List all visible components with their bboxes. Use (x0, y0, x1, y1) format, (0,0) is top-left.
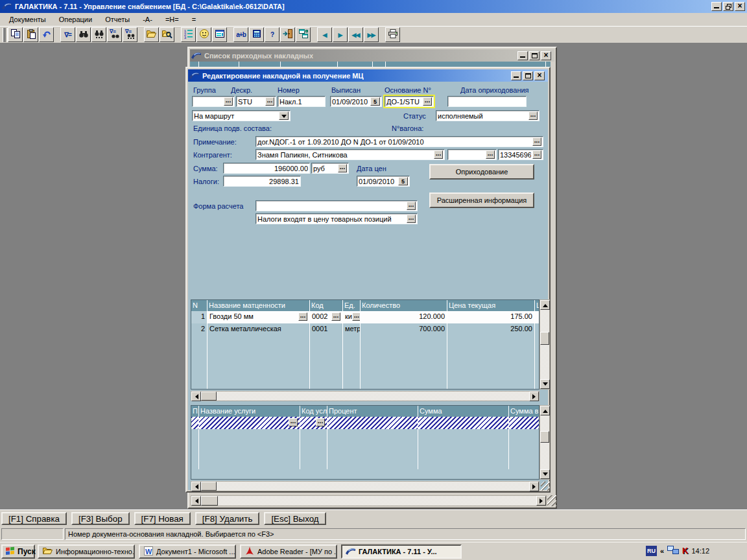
help-button[interactable]: ? (265, 27, 279, 42)
ellipsis-button[interactable] (338, 164, 347, 172)
scroll-thumb[interactable] (201, 391, 217, 401)
paste-button[interactable] (23, 27, 38, 42)
language-indicator[interactable]: RU (646, 546, 657, 556)
note-field[interactable]: дог.NДОГ.-1 от 1.09.2010 ДО N ДО-1 от 01… (255, 136, 543, 147)
find-next-button[interactable] (91, 27, 106, 42)
ellipsis-button[interactable] (316, 418, 325, 426)
scroll-up-button[interactable] (540, 406, 550, 415)
receipt-date-field[interactable] (447, 96, 527, 107)
nav-prev-button[interactable]: ◀ (317, 27, 332, 42)
window-list-button[interactable] (212, 27, 227, 42)
contractor-field-2[interactable] (447, 149, 497, 160)
table-row[interactable]: 2Сетка металлическая0001метр700.000250.0… (191, 323, 539, 336)
status-field[interactable]: исполняемый (436, 110, 540, 121)
column-header[interactable]: Цена текущая (447, 300, 535, 311)
ellipsis-button[interactable] (224, 97, 233, 106)
basis-value[interactable]: ДО-1/STU (386, 98, 421, 106)
taskbar-task-3[interactable]: ГАЛАКТИКА - 7.11 - У... (341, 544, 462, 559)
ellipsis-button[interactable] (298, 312, 307, 321)
filter-button[interactable]: ∇= (60, 27, 75, 42)
ellipsis-button[interactable] (532, 137, 541, 146)
table-cell[interactable]: ки (343, 311, 361, 323)
maximize-button[interactable] (523, 71, 533, 80)
minimize-button[interactable] (517, 51, 528, 60)
scroll-down-button[interactable] (540, 379, 550, 389)
numbered-list-button[interactable]: 123 (181, 27, 196, 42)
table-cell[interactable] (509, 417, 540, 429)
taskbar-task-0[interactable]: Информационно-техно... (38, 544, 135, 559)
scroll-thumb[interactable] (540, 332, 549, 345)
currency-value[interactable]: руб (313, 165, 337, 172)
ellipsis-button[interactable] (265, 97, 274, 106)
ellipsis-button[interactable] (532, 150, 541, 159)
table-cell[interactable] (418, 417, 509, 429)
menu-item-5[interactable]: = (185, 14, 202, 25)
new-row-placeholder[interactable] (191, 417, 539, 429)
column-header[interactable]: Код (310, 300, 343, 311)
column-header[interactable]: Название услуги (199, 406, 300, 417)
currency-field[interactable]: руб (311, 163, 349, 174)
ellipsis-button[interactable] (352, 312, 361, 321)
function-button-0[interactable]: [F1] Справка (1, 512, 67, 525)
column-header[interactable]: Ц (535, 300, 540, 311)
minimize-button[interactable] (511, 71, 521, 80)
table-cell[interactable]: метр (343, 323, 361, 336)
ellipsis-button[interactable] (407, 215, 416, 223)
menu-item-2[interactable]: Отчеты (99, 14, 136, 25)
contractor-field-3[interactable]: 1334569632 (498, 149, 543, 160)
column-header[interactable]: Код услу (300, 406, 327, 417)
basis-field[interactable]: ДО-1/STU (385, 96, 434, 107)
scroll-right-button[interactable] (529, 482, 539, 491)
items-table[interactable]: NНазвание матценностиКодЕд.КоличествоЦен… (191, 299, 540, 390)
scroll-right-button[interactable] (536, 496, 546, 506)
smiley-button[interactable] (196, 27, 211, 42)
status-value[interactable]: исполняемый (438, 112, 527, 120)
ellipsis-button[interactable] (407, 202, 416, 210)
table-cell[interactable]: 250.00 (447, 323, 535, 336)
maximize-button[interactable] (529, 51, 540, 60)
menu-item-4[interactable]: =Н= (159, 14, 185, 25)
toolbar-handle[interactable] (3, 28, 6, 42)
close-button[interactable]: × (541, 51, 551, 60)
close-button[interactable]: × (735, 2, 745, 11)
taxes-included-value[interactable]: Налоги входят в цену товарных позиций (257, 215, 405, 223)
ellipsis-button[interactable] (486, 150, 495, 159)
nav-next-button[interactable]: ▶ (333, 27, 348, 42)
scroll-left-button[interactable] (191, 496, 201, 506)
column-header[interactable]: Количество (361, 300, 447, 311)
services-table[interactable]: ПНазвание услугиКод услуПроцентСуммаСумм… (191, 405, 540, 480)
function-button-2[interactable]: [F7] Новая (134, 512, 191, 525)
services-horizontal-scrollbar[interactable] (191, 481, 540, 491)
ellipsis-button[interactable] (528, 111, 538, 120)
column-header[interactable]: Сумма в в (509, 406, 540, 417)
items-vertical-scrollbar[interactable] (540, 299, 550, 390)
group-field[interactable] (192, 96, 235, 107)
scroll-thumb[interactable] (540, 431, 549, 443)
calculator-button[interactable] (249, 27, 264, 42)
calendar-button[interactable]: 5 (398, 177, 408, 185)
table-cell[interactable] (535, 311, 540, 323)
table-cell[interactable]: 700.000 (361, 323, 447, 336)
services-vertical-scrollbar[interactable] (540, 405, 550, 480)
ellipsis-button[interactable] (434, 150, 443, 159)
chevron-down-icon[interactable] (279, 111, 289, 120)
column-header[interactable]: Сумма (418, 406, 509, 417)
close-button[interactable]: × (534, 71, 545, 80)
descr-value[interactable]: STU (238, 98, 264, 106)
folder-search-button[interactable] (160, 27, 174, 42)
minimize-button[interactable] (711, 2, 722, 11)
taxes-included-field[interactable]: Налоги входят в цену товарных позиций (255, 213, 418, 224)
taskbar-task-1[interactable]: WДокумент1 - Microsoft ... (139, 544, 236, 559)
taskbar-task-2[interactable]: Adobe Reader - [МУ по ... (240, 544, 337, 559)
table-cell[interactable]: 0001 (310, 323, 343, 336)
copy-button[interactable] (8, 27, 23, 42)
scroll-left-button[interactable] (191, 391, 201, 401)
items-horizontal-scrollbar[interactable] (191, 391, 540, 401)
note-value[interactable]: дог.NДОГ.-1 от 1.09.2010 ДО N ДО-1 от 01… (257, 138, 531, 146)
ellipsis-button[interactable] (423, 97, 432, 106)
table-cell[interactable]: 2 (191, 323, 208, 336)
issued-value[interactable]: 01/09/2010 (332, 98, 369, 106)
function-button-3[interactable]: [F8] Удалить (195, 512, 260, 525)
exit-button[interactable] (280, 27, 295, 42)
sum-value[interactable]: 196000.00 (225, 165, 308, 172)
